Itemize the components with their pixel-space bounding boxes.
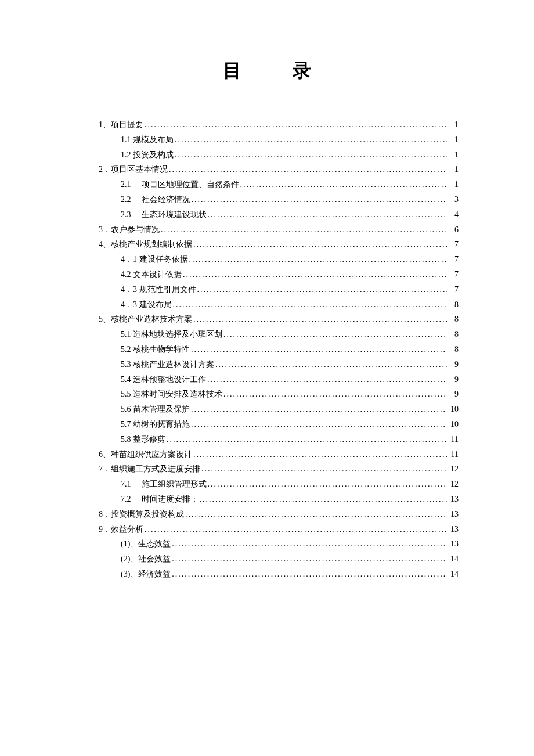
toc-leader (172, 552, 447, 566)
toc-leader (172, 537, 447, 551)
toc-entry: 8．投资概算及投资构成13 (99, 507, 459, 522)
toc-leader (207, 373, 447, 387)
toc-page-number: 11 (448, 433, 459, 447)
toc-page-number: 8 (448, 327, 459, 341)
toc-number: 7.1 (121, 477, 131, 491)
toc-leader (197, 283, 448, 297)
toc-leader (175, 133, 447, 147)
toc-label: 8．投资概算及投资构成 (99, 507, 184, 521)
toc-entry: (1)、生态效益13 (99, 537, 459, 552)
toc-page-number: 9 (448, 387, 459, 401)
toc-leader (145, 523, 447, 537)
toc-label: 4．3 规范性引用文件 (121, 283, 196, 297)
toc-page-number: 14 (448, 567, 459, 581)
document-page: 目 录 1、项目提要11.1 规模及布局11.2 投资及构成12．项目区基本情况… (0, 0, 534, 640)
toc-page-number: 1 (448, 148, 459, 162)
toc-page-number: 9 (448, 358, 459, 372)
toc-label: 5.8 整形修剪 (121, 433, 165, 447)
toc-label: (1)、生态效益 (121, 537, 171, 551)
toc-entry: 5、核桃产业造林技术方案8 (99, 312, 459, 327)
toc-leader (240, 178, 448, 192)
toc-text: 社会经济情况 (142, 195, 190, 204)
toc-leader (172, 567, 447, 581)
toc-leader (200, 492, 448, 506)
toc-page-number: 13 (448, 507, 459, 521)
toc-entry: 4、核桃产业规划编制依据7 (99, 237, 459, 252)
toc-leader (191, 417, 447, 431)
toc-entry: 5.5 造林时间安排及造林技术9 (99, 387, 459, 402)
toc-leader (208, 477, 448, 491)
toc-page-number: 8 (448, 312, 459, 326)
toc-leader (193, 312, 447, 326)
toc-page-number: 8 (448, 298, 459, 312)
toc-page-number: 12 (448, 462, 459, 476)
toc-page-number: 13 (448, 523, 459, 537)
toc-entry: 4．1 建设任务依据7 (99, 252, 459, 267)
toc-page-number: 7 (448, 253, 459, 267)
toc-page-number: 10 (448, 402, 459, 416)
toc-leader (193, 448, 447, 462)
toc-entry: 7．组织施工方式及进度安排12 (99, 462, 459, 477)
toc-label: 7.1施工组织管理形式 (121, 477, 207, 491)
toc-entry: 1、项目提要1 (99, 117, 459, 132)
toc-label: 1.2 投资及构成 (121, 148, 174, 162)
toc-entry: 5.7 幼树的抚育措施10 (99, 417, 459, 432)
toc-label: 1、项目提要 (99, 118, 143, 132)
toc-label: (3)、经济效益 (121, 567, 171, 581)
toc-number: 2.3 (121, 208, 131, 222)
toc-label: 2.2社会经济情况 (121, 193, 190, 207)
toc-label: 5.1 造林地块选择及小班区划 (121, 327, 222, 341)
toc-number: 2.2 (121, 193, 131, 207)
toc-label: 4．1 建设任务依据 (121, 253, 188, 267)
toc-label: 7.2时间进度安排： (121, 492, 199, 506)
toc-entry: 6、种苗组织供应方案设计11 (99, 447, 459, 462)
toc-label: 4．3 建设布局 (121, 298, 172, 312)
toc-page-number: 9 (448, 373, 459, 387)
toc-label: 6、种苗组织供应方案设计 (99, 448, 192, 462)
toc-label: 7．组织施工方式及进度安排 (99, 462, 200, 476)
toc-label: 5.3 核桃产业造林设计方案 (121, 358, 214, 372)
toc-text: 生态环境建设现状 (142, 210, 207, 219)
toc-entry: 4．3 规范性引用文件7 (99, 282, 459, 297)
toc-entry: 1.1 规模及布局1 (99, 132, 459, 147)
toc-page-number: 7 (448, 268, 459, 282)
toc-entry: 5.8 整形修剪11 (99, 432, 459, 447)
toc-label: 4.2 文本设计依据 (121, 268, 182, 282)
toc-leader (189, 253, 448, 267)
toc-entry: (2)、社会效益14 (99, 552, 459, 567)
toc-entry: 5.3 核桃产业造林设计方案9 (99, 357, 459, 372)
toc-number: 2.1 (121, 178, 131, 192)
toc-entry: 9．效益分析13 (99, 522, 459, 537)
toc-page-number: 11 (448, 448, 459, 462)
toc-label: 2.3生态环境建设现状 (121, 208, 207, 222)
toc-page-number: 13 (448, 492, 459, 506)
toc-label: 5.6 苗木管理及保护 (121, 402, 190, 416)
toc-page-number: 4 (448, 208, 459, 222)
toc-leader (173, 298, 448, 312)
toc-label: (2)、社会效益 (121, 552, 171, 566)
toc-leader (192, 193, 448, 207)
toc-page-number: 1 (448, 118, 459, 132)
toc-page-number: 7 (448, 237, 459, 251)
toc-label: 5、核桃产业造林技术方案 (99, 312, 192, 326)
toc-label: 5.5 造林时间安排及造林技术 (121, 387, 222, 401)
toc-entry: 4．3 建设布局8 (99, 297, 459, 312)
toc-entry: 2．项目区基本情况1 (99, 162, 459, 177)
toc-entry: 5.2 核桃生物学特性8 (99, 342, 459, 357)
toc-entry: 7.2时间进度安排：13 (99, 492, 459, 507)
toc-number: 7.2 (121, 492, 131, 506)
toc-entry: 2.2社会经济情况3 (99, 192, 459, 207)
toc-label: 3．农户参与情况 (99, 223, 160, 237)
toc-entry: 4.2 文本设计依据7 (99, 267, 459, 282)
toc-label: 1.1 规模及布局 (121, 133, 174, 147)
page-title: 目 录 (99, 58, 459, 84)
toc-leader (201, 462, 447, 476)
toc-entry: 3．农户参与情况6 (99, 222, 459, 237)
toc-page-number: 7 (448, 283, 459, 297)
toc-entry: 1.2 投资及构成1 (99, 147, 459, 163)
toc-label: 9．效益分析 (99, 523, 143, 537)
toc-page-number: 1 (448, 133, 459, 147)
toc-entry: 5.4 造林预整地设计工作9 (99, 372, 459, 387)
toc-leader (191, 343, 447, 357)
toc-leader (191, 402, 447, 416)
